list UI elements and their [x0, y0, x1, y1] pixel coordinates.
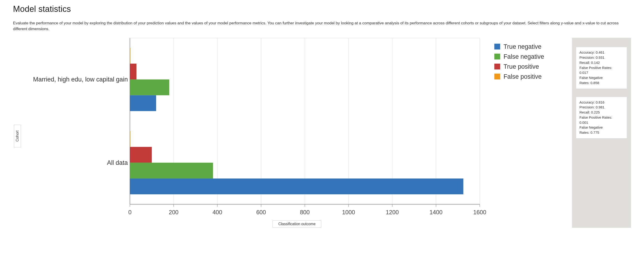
bar-group-all-data [130, 131, 463, 194]
x-tick-800: 800 [300, 209, 310, 216]
stat-fnr-value: Rates: 0.858 [580, 80, 624, 85]
bar-group-married [130, 48, 169, 111]
stat-fnr-value: Rates: 0.775 [580, 130, 624, 135]
bar-all-true-negative[interactable] [130, 179, 463, 194]
stat-accuracy: Accuracy: 0.461 [580, 50, 624, 55]
bar-all-false-positive[interactable] [130, 131, 130, 147]
stat-accuracy: Accuracy: 0.816 [580, 100, 624, 105]
stat-fpr-label: False Positive Rates: [580, 115, 624, 120]
stat-fpr-value: 0.017 [580, 70, 624, 75]
x-tick-1000: 1000 [342, 209, 355, 216]
stat-fpr-label: False Positive Rates: [580, 65, 624, 70]
stat-recall: Recall: 0.142 [580, 60, 624, 65]
y-axis-label-container: Cohort [13, 44, 22, 228]
stats-card-cohort-2: Accuracy: 0.816 Precision: 0.981 Recall:… [576, 97, 627, 138]
bar-married-false-positive[interactable] [130, 48, 130, 64]
category-label-married: Married, high edu, low capital gain [33, 76, 128, 83]
stat-fnr-label: False Negative [580, 75, 624, 80]
bar-all-false-negative[interactable] [130, 163, 213, 179]
y-axis-label: Cohort [15, 130, 20, 142]
x-axis-label-container: Classification outcome [24, 220, 570, 228]
stat-fpr-value: 0.001 [580, 120, 624, 125]
y-axis-label-box[interactable]: Cohort [14, 125, 21, 147]
x-axis-label: Classification outcome [278, 222, 316, 226]
legend-swatch-false-positive[interactable] [494, 74, 500, 79]
bar-all-true-positive[interactable] [130, 147, 152, 163]
x-tick-1200: 1200 [386, 209, 399, 216]
stats-panel: Accuracy: 0.461 Precision: 0.931 Recall:… [572, 38, 631, 228]
legend-label-false-positive[interactable]: False positive [504, 73, 542, 80]
stat-recall: Recall: 0.225 [580, 110, 624, 115]
page-description: Evaluate the performance of your model b… [13, 20, 631, 32]
x-tick-0: 0 [128, 209, 132, 216]
x-tick-1400: 1400 [430, 209, 442, 216]
legend-label-true-positive[interactable]: True positive [504, 63, 539, 70]
page-title: Model statistics [13, 4, 631, 14]
bar-married-true-positive[interactable] [130, 64, 136, 79]
legend-label-true-negative[interactable]: True negative [504, 43, 541, 50]
legend-label-false-negative[interactable]: False negative [504, 53, 544, 60]
bar-married-true-negative[interactable] [130, 95, 156, 111]
stat-fnr-label: False Negative [580, 125, 624, 130]
stat-precision: Precision: 0.931 [580, 55, 624, 60]
x-axis-label-box[interactable]: Classification outcome [272, 220, 321, 228]
stat-precision: Precision: 0.981 [580, 105, 624, 110]
classification-outcome-chart: Married, high edu, low capital gain All … [24, 38, 570, 219]
chart-legend: True negative False negative True positi… [494, 43, 544, 80]
bar-married-false-negative[interactable] [130, 80, 169, 95]
x-tick-400: 400 [212, 209, 222, 216]
x-tick-200: 200 [169, 209, 178, 216]
x-tick-1600: 1600 [473, 209, 486, 216]
legend-swatch-true-negative[interactable] [494, 44, 500, 49]
category-label-all: All data [107, 159, 128, 166]
legend-swatch-false-negative[interactable] [494, 54, 500, 59]
x-axis-ticks: 0 200 400 600 800 1000 1200 1400 1600 [128, 204, 486, 216]
x-tick-600: 600 [256, 209, 266, 216]
legend-swatch-true-positive[interactable] [494, 64, 500, 69]
stats-card-cohort-1: Accuracy: 0.461 Precision: 0.931 Recall:… [576, 47, 627, 88]
